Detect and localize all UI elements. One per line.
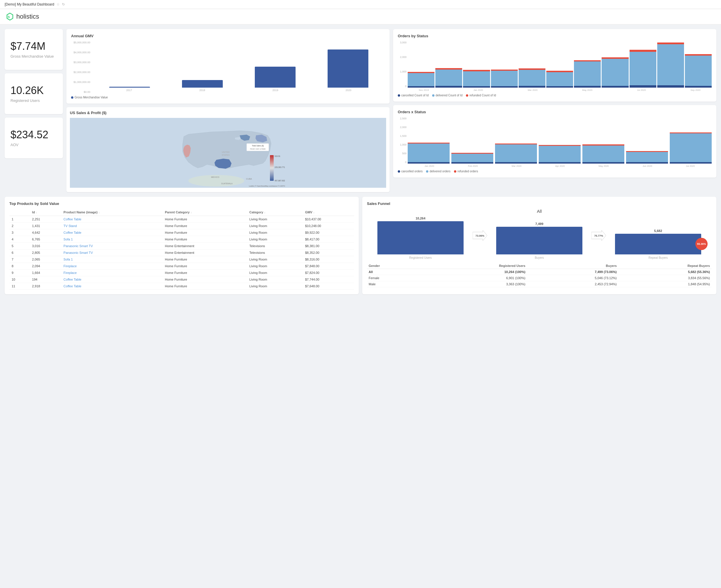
us-map-svg: MEXICO CUBA UNITED STATES GUATEMALA	[70, 118, 386, 188]
table-row: 10 194 Coffee Table Home Furniture Livin…	[9, 276, 354, 283]
funnel-cell-gender: Male	[367, 281, 420, 287]
cell-category: Living Room	[247, 270, 303, 276]
svg-text:Total Sales ($): Total Sales ($)	[252, 145, 264, 147]
cell-gmv: $8,417.00	[303, 236, 354, 243]
top-bar: [Demo] My Beautiful Dashboard ☆ ↻	[0, 0, 721, 9]
orders-status-bars	[408, 41, 712, 88]
cell-rank: 7	[9, 256, 30, 263]
svg-text:73.06%: 73.06%	[475, 234, 485, 237]
annual-gmv-bars	[92, 41, 385, 88]
funnel-cell-reg: 10,264 (100%)	[420, 269, 527, 275]
col-rank	[9, 209, 30, 216]
cell-rank: 6	[9, 250, 30, 256]
svg-text:Leaflet | © OpenStreetMap cont: Leaflet | © OpenStreetMap contributors ©…	[249, 185, 285, 187]
cell-gmv: $8,381.00	[303, 243, 354, 250]
cell-id: 2,251	[30, 216, 61, 223]
orders-x-status-title: Orders x Status	[398, 110, 712, 114]
refresh-icon[interactable]: ↻	[62, 2, 65, 6]
cell-category: Televisions	[247, 243, 303, 250]
cell-category: Living Room	[247, 276, 303, 283]
funnel-data-table: Gender Registered Users Buyers Repeat Bu…	[367, 263, 712, 287]
cell-rank: 9	[9, 270, 30, 276]
funnel-cell-gender: All	[367, 269, 420, 275]
cell-category: Living Room	[247, 256, 303, 263]
product-link[interactable]: Sofa 1	[63, 237, 73, 241]
cell-rank: 11	[9, 283, 30, 290]
svg-text:MEXICO: MEXICO	[211, 176, 220, 178]
cell-parent-cat: Home Furniture	[163, 283, 247, 290]
cell-parent-cat: Home Furniture	[163, 270, 247, 276]
svg-text:229,303.771: 229,303.771	[274, 166, 285, 168]
cell-category: Living Room	[247, 216, 303, 223]
cell-category: Living Room	[247, 229, 303, 236]
sales-funnel-subtitle: All	[367, 209, 712, 214]
cell-gmv: $8,352.00	[303, 250, 354, 256]
product-link[interactable]: Coffee Table	[63, 231, 81, 234]
product-link[interactable]: Fireplace	[63, 271, 77, 274]
cell-gmv: $8,316.00	[303, 256, 354, 263]
svg-text:GUATEMALA: GUATEMALA	[221, 183, 233, 185]
cell-name: Coffee Table	[61, 283, 163, 290]
product-link[interactable]: Panasonic Smart TV	[63, 251, 93, 254]
svg-text:919.91: 919.91	[274, 155, 281, 157]
product-link[interactable]: Coffee Table	[63, 278, 81, 281]
cell-category: Living Room	[247, 283, 303, 290]
cell-category: Living Room	[247, 236, 303, 243]
svg-text:Hover over a State: Hover over a State	[250, 148, 266, 150]
cell-parent-cat: Home Furniture	[163, 216, 247, 223]
orders-x-status-bars-container: Jan 2020Feb 2020Mar 2020Apr 2020May 2020…	[408, 117, 712, 167]
svg-text:STATES: STATES	[222, 154, 230, 156]
cell-rank: 1	[9, 216, 30, 223]
orders-x-status-x-axis: Jan 2020Feb 2020Mar 2020Apr 2020May 2020…	[408, 165, 712, 167]
cell-id: 1,664	[30, 270, 61, 276]
annual-gmv-y-axis: $5,000,000.00$4,000,000.00$3,000,000.00$…	[71, 41, 91, 93]
orders-x-status-y-axis: 2,5002,0001,5001,0005000	[398, 117, 407, 164]
orders-x-status-bars	[408, 117, 712, 164]
cell-name: Sofa 1	[61, 236, 163, 243]
cell-rank: 5	[9, 243, 30, 250]
orders-by-status-title: Orders by Status	[398, 34, 712, 38]
funnel-table-row: Female 6,901 (100%) 5,046 (73.12%) 3,834…	[367, 275, 712, 281]
kpi-aov-value: $234.52	[11, 129, 48, 141]
cell-gmv: $7,848.00	[303, 263, 354, 270]
annual-gmv-chart: Annual GMV $5,000,000.00$4,000,000.00$3,…	[66, 29, 390, 104]
kpi-users-label: Registered Users	[11, 98, 40, 103]
annual-gmv-x-axis: 2017201820192020	[92, 89, 385, 92]
cell-gmv: $7,648.00	[303, 283, 354, 290]
funnel-col-buyers: Buyers	[527, 263, 618, 269]
cell-gmv: $9,922.00	[303, 229, 354, 236]
cell-category: Living Room	[247, 263, 303, 270]
product-link[interactable]: Panasonic Smart TV	[63, 244, 93, 248]
kpi-gmv-value: $7.74M	[11, 40, 45, 52]
cell-gmv: $10,248.00	[303, 223, 354, 229]
cell-parent-cat: Home Entertainment	[163, 250, 247, 256]
funnel-cell-repeat: 3,834 (55.56%)	[618, 275, 712, 281]
cell-id: 2,094	[30, 263, 61, 270]
product-link[interactable]: Coffee Table	[63, 217, 81, 221]
kpi-aov-label: AOV	[11, 143, 18, 147]
sales-funnel-title: Sales Funnel	[367, 202, 712, 206]
star-icon[interactable]: ☆	[57, 2, 60, 6]
cell-parent-cat: Home Entertainment	[163, 243, 247, 250]
kpi-users-value: 10.26K	[11, 85, 44, 96]
orders-status-bars-container: Nov 2019Jan 2020Mar 2020May 2020Jul 2020…	[408, 41, 712, 91]
funnel-x-labels: Registered Users Buyers Repeat Buyers	[367, 256, 712, 259]
top-products-card: Top Products by Sold Value Id ↕ Product …	[5, 197, 359, 294]
cell-name: Panasonic Smart TV	[61, 250, 163, 256]
bottom-row: Top Products by Sold Value Id ↕ Product …	[0, 197, 721, 299]
us-sales-chart: US Sales & Profit ($)	[66, 107, 390, 192]
product-link[interactable]: Coffee Table	[63, 285, 81, 288]
cell-category: Living Room	[247, 223, 303, 229]
annual-gmv-title: Annual GMV	[71, 34, 385, 38]
product-link[interactable]: Sofa 1	[63, 258, 73, 261]
product-link[interactable]: Fireplace	[63, 264, 77, 268]
cell-id: 2,805	[30, 250, 61, 256]
kpi-gmv-label: Gross Merchandise Value	[11, 54, 54, 59]
table-row: 8 2,094 Fireplace Home Furniture Living …	[9, 263, 354, 270]
orders-status-x-axis: Nov 2019Jan 2020Mar 2020May 2020Jul 2020…	[408, 89, 712, 91]
middle-column: Annual GMV $5,000,000.00$4,000,000.00$3,…	[66, 29, 390, 192]
product-link[interactable]: TV Stand	[63, 224, 77, 228]
col-gmv: GMV ↕	[303, 209, 354, 216]
cell-rank: 4	[9, 236, 30, 243]
cell-id: 194	[30, 276, 61, 283]
